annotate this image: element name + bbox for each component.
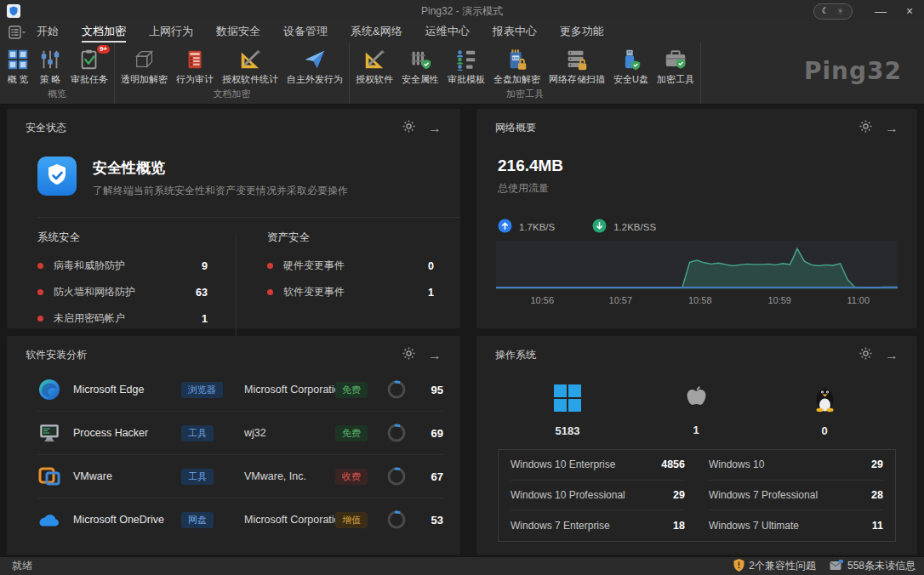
category-badge: 工具: [181, 469, 214, 485]
security-group-title: 系统安全: [37, 231, 208, 245]
unread-messages[interactable]: 558条未读信息: [830, 559, 915, 573]
security-item[interactable]: 软件变更事件1: [267, 285, 434, 299]
software-score: 69: [418, 427, 443, 440]
minimize-button[interactable]: —: [866, 0, 895, 22]
full-disk-crypt-button[interactable]: SSD全盘加解密: [489, 46, 545, 86]
arrow-right-icon[interactable]: →: [428, 350, 442, 362]
ribbon-group-label: 概览: [2, 88, 112, 104]
os-table-cell[interactable]: Windows 7 Professional28: [709, 481, 883, 511]
tab-系统&网络[interactable]: 系统&网络: [351, 22, 402, 43]
theme-toggle[interactable]: ☾ ☀: [813, 3, 853, 20]
panel-title: 软件安装分析: [26, 348, 87, 362]
arrow-right-icon[interactable]: →: [428, 122, 442, 134]
security-item[interactable]: 硬件变更事件0: [267, 259, 434, 273]
apple-icon: [684, 384, 709, 415]
ribbon-button-row: 概 览策 略9+审批任务: [2, 43, 112, 86]
behavior-audit-button[interactable]: 行为审计: [172, 46, 218, 86]
gear-icon[interactable]: [859, 120, 872, 136]
software-row[interactable]: Microsoft Edge浏览器Microsoft Corporation免费…: [37, 368, 443, 412]
ribbon-button-row: 授权软件安全属性审批模板SSD全盘加解密网络存储扫描安全U盘加密工具: [351, 43, 699, 86]
score-ring-icon: [386, 423, 407, 443]
gear-icon[interactable]: [859, 347, 872, 363]
software-price: 收费: [335, 468, 379, 485]
security-attributes-button[interactable]: 安全属性: [397, 46, 443, 86]
os-table-cell[interactable]: Windows 10 Professional29: [510, 481, 685, 511]
software-name: Microsoft Edge: [73, 384, 181, 396]
approval-template-icon: [454, 46, 478, 72]
tab-运维中心[interactable]: 运维中心: [425, 22, 470, 43]
sun-icon[interactable]: ☀: [836, 7, 845, 15]
chart-tick-label: 10:57: [609, 295, 633, 305]
software-score: 95: [418, 384, 443, 396]
network-storage-scan-button[interactable]: 网络存储扫描: [545, 46, 609, 86]
os-table-cell[interactable]: Windows 10 Enterprise4856: [510, 450, 685, 481]
download-icon: [592, 219, 607, 235]
ribbon-group: 透明加解密行为审计授权软件统计自主外发行为文档加密: [115, 43, 350, 104]
tab-设备管理[interactable]: 设备管理: [283, 22, 328, 43]
arrow-right-icon[interactable]: →: [885, 122, 898, 134]
software-row[interactable]: Process Hacker工具wj32免费69: [37, 412, 443, 455]
authorized-software-button[interactable]: 授权软件: [351, 46, 397, 86]
category-badge: 浏览器: [181, 382, 223, 398]
authorized-software-stats-button[interactable]: 授权软件统计: [218, 46, 282, 86]
ribbon-group-label: 加密工具: [351, 88, 699, 104]
compatibility-issues[interactable]: 2个兼容性问题: [733, 559, 816, 574]
ribbon-button-label: 授权软件: [356, 73, 393, 86]
moon-icon[interactable]: ☾: [821, 7, 829, 15]
os-table-row: Windows 10 Enterprise4856Windows 1029: [499, 450, 895, 481]
tab-更多功能[interactable]: 更多功能: [560, 22, 604, 43]
close-button[interactable]: ×: [895, 0, 924, 22]
chart-tick-label: 11:00: [847, 295, 870, 305]
security-item-value: 63: [196, 287, 208, 299]
network-storage-scan-icon: [565, 46, 589, 72]
os-platform-windows: 5183: [548, 384, 587, 437]
file-menu-button[interactable]: [9, 22, 26, 43]
os-version-label: Windows 10 Professional: [510, 489, 625, 501]
tab-文档加密[interactable]: 文档加密: [82, 22, 126, 43]
overview-icon: [6, 46, 30, 72]
network-total-label: 总使用流量: [476, 175, 917, 196]
os-table-cell[interactable]: Windows 7 Enterprise18: [510, 510, 685, 541]
software-list: Microsoft Edge浏览器Microsoft Corporation免费…: [37, 368, 443, 541]
secure-usb-icon: [619, 46, 642, 72]
software-vendor: Microsoft Corporation: [244, 514, 335, 526]
approval-template-button[interactable]: 审批模板: [443, 46, 489, 86]
vmware-icon: [37, 465, 60, 488]
titlebar: Ping32 - 演示模式 ☾ ☀ — ×: [0, 0, 924, 22]
policy-button[interactable]: 策 略: [34, 46, 66, 86]
self-outgoing-button[interactable]: 自主外发行为: [282, 46, 347, 86]
transparent-crypt-button[interactable]: 透明加解密: [117, 46, 172, 86]
os-version-label: Windows 10: [709, 458, 764, 470]
software-row[interactable]: VMware工具VMware, Inc.收费67: [37, 455, 443, 498]
software-row[interactable]: Microsoft OneDrive网盘Microsoft Corporatio…: [37, 498, 443, 541]
alert-dot-icon: [37, 289, 43, 295]
security-item[interactable]: 防火墙和网络防护63: [37, 285, 208, 299]
ribbon-button-label: 安全U盘: [613, 73, 648, 86]
app-logo-icon: [7, 4, 20, 18]
onedrive-icon: [37, 509, 60, 532]
os-version-count: 4856: [661, 458, 685, 470]
gear-icon[interactable]: [402, 347, 415, 363]
gear-icon[interactable]: [402, 120, 415, 136]
os-table-cell[interactable]: Windows 7 Ultimate11: [709, 510, 883, 541]
warning-shield-icon: [733, 559, 744, 574]
software-name: Process Hacker: [73, 427, 181, 439]
tab-开始[interactable]: 开始: [37, 22, 59, 43]
tab-数据安全[interactable]: 数据安全: [216, 22, 260, 43]
approval-tasks-button[interactable]: 9+审批任务: [66, 46, 112, 86]
security-item[interactable]: 病毒和威胁防护9: [37, 259, 208, 273]
ribbon-button-label: 授权软件统计: [222, 73, 278, 86]
crypt-tools-button[interactable]: 加密工具: [653, 46, 699, 86]
table-gap: [685, 450, 709, 481]
os-table-row: Windows 7 Enterprise18Windows 7 Ultimate…: [499, 510, 895, 541]
tab-上网行为[interactable]: 上网行为: [149, 22, 193, 43]
software-vendor: Microsoft Corporation: [244, 384, 335, 396]
os-table-cell[interactable]: Windows 1029: [709, 450, 883, 481]
overview-button[interactable]: 概 览: [2, 46, 34, 86]
arrow-right-icon[interactable]: →: [885, 350, 898, 362]
secure-usb-button[interactable]: 安全U盘: [609, 46, 653, 86]
software-price: 免费: [335, 424, 379, 441]
tab-报表中心[interactable]: 报表中心: [493, 22, 537, 43]
security-overview-hero: 安全性概览 了解终端当前系统安全性和资产变更情况并采取必要操作: [7, 136, 460, 199]
security-item[interactable]: 未启用密码帐户1: [37, 311, 208, 326]
